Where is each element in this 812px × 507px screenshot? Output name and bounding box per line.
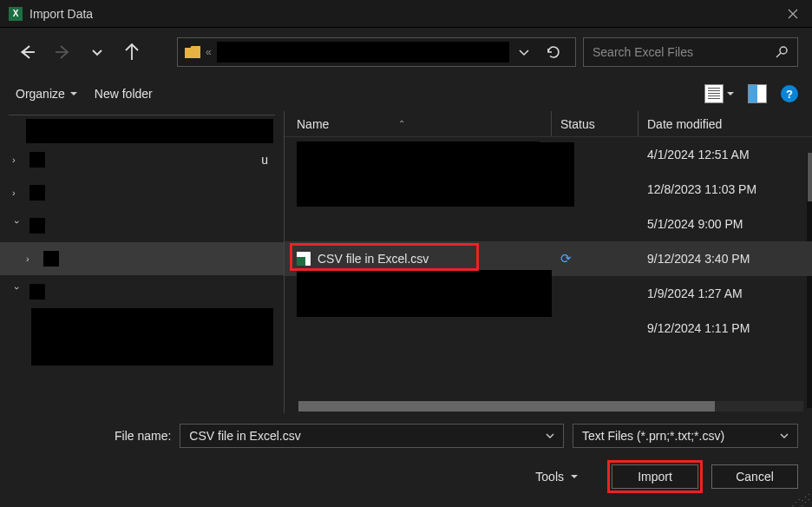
close-button[interactable] [783, 9, 803, 19]
toolbar: Organize New folder ? [0, 76, 812, 111]
tools-button[interactable]: Tools [535, 470, 578, 484]
chevron-down-icon: › [12, 286, 23, 297]
folder-icon [29, 284, 45, 300]
tree-node-selected[interactable]: › [0, 242, 284, 275]
refresh-button[interactable] [539, 44, 568, 60]
folder-icon [29, 152, 45, 168]
help-button[interactable]: ? [781, 85, 798, 102]
filetype-select[interactable]: Text Files (*.prn;*.txt;*.csv) [573, 424, 798, 448]
chevron-down-icon [780, 431, 789, 440]
folder-icon [185, 46, 200, 58]
horizontal-scrollbar[interactable] [298, 401, 803, 412]
svg-point-3 [780, 47, 787, 54]
file-row[interactable]: 9/12/2024 1:11 PM [285, 311, 812, 346]
tree-node[interactable]: › u [0, 143, 284, 176]
recent-locations-button[interactable] [83, 38, 111, 66]
filename-value: CSV file in Excel.csv [189, 429, 300, 443]
file-row[interactable]: 5/1/2024 9:00 PM [285, 207, 812, 241]
back-button[interactable] [14, 38, 42, 66]
file-date: 1/9/2024 1:27 AM [638, 286, 812, 300]
column-date-label: Date modified [647, 117, 722, 131]
scrollbar-thumb[interactable] [298, 401, 715, 412]
sort-arrow-icon: ⌃ [398, 119, 405, 128]
preview-pane-button[interactable] [748, 84, 767, 103]
tree-block [26, 119, 273, 143]
footer: File name: CSV file in Excel.csv Text Fi… [0, 413, 812, 504]
column-name[interactable]: Name ⌃ [285, 111, 552, 136]
file-list-header: Name ⌃ Status Date modified [285, 111, 812, 137]
chevron-right-icon: › [12, 188, 23, 198]
organize-button[interactable]: Organize [14, 83, 79, 104]
redacted-block [297, 142, 574, 207]
search-input[interactable] [593, 45, 775, 59]
chevron-right-icon: › [26, 254, 36, 264]
organize-label: Organize [16, 87, 65, 101]
tools-label: Tools [535, 470, 564, 484]
filename-input[interactable]: CSV file in Excel.csv [180, 424, 564, 448]
sidebar: › u › › › › [0, 111, 285, 413]
arrow-up-icon [123, 43, 141, 61]
new-folder-label: New folder [95, 87, 153, 101]
arrow-left-icon [19, 43, 36, 61]
svg-line-4 [776, 53, 781, 57]
filename-label: File name: [115, 429, 171, 443]
file-list: Name ⌃ Status Date modified 4/1/2024 12:… [285, 111, 812, 413]
close-icon [788, 9, 798, 19]
tree-label: u [52, 153, 284, 167]
view-options[interactable] [704, 84, 734, 103]
file-rows: 4/1/2024 12:51 AM 12/8/2023 11:03 PM 5/1… [285, 137, 812, 413]
caret-down-icon [727, 90, 734, 97]
resize-grip[interactable]: ⋰⋰⋰ [791, 495, 810, 505]
cancel-button[interactable]: Cancel [711, 464, 798, 489]
chevron-down-icon [91, 46, 103, 58]
address-bar[interactable]: « [177, 37, 576, 67]
chevron-down-icon: › [12, 221, 23, 231]
folder-icon [29, 185, 45, 201]
file-date: 9/12/2024 3:40 PM [638, 252, 812, 266]
forward-button[interactable] [49, 38, 76, 66]
new-folder-button[interactable]: New folder [93, 83, 154, 104]
column-date[interactable]: Date modified [638, 111, 812, 136]
file-date: 5/1/2024 9:00 PM [638, 217, 812, 231]
up-button[interactable] [118, 38, 146, 66]
column-name-label: Name [297, 117, 329, 131]
column-status-label: Status [560, 117, 595, 131]
window-title: Import Data [29, 7, 783, 21]
chevron-down-icon [546, 431, 554, 440]
file-row[interactable]: 1/9/2024 1:27 AM [285, 276, 812, 311]
tree-node[interactable]: › [0, 176, 284, 209]
tree-block [31, 308, 273, 365]
file-name: CSV file in Excel.csv [318, 252, 429, 266]
csv-file-icon [297, 252, 311, 266]
path-text [217, 42, 509, 63]
caret-down-icon [70, 90, 77, 97]
search-box[interactable] [583, 37, 798, 67]
refresh-icon [546, 44, 561, 60]
filetype-value: Text Files (*.prn;*.txt;*.csv) [582, 429, 724, 443]
file-date: 12/8/2023 11:03 PM [638, 182, 812, 196]
search-icon [775, 45, 789, 59]
import-highlight: Import [607, 460, 703, 493]
file-name-redacted [297, 270, 552, 317]
folder-icon [43, 251, 59, 267]
column-status[interactable]: Status [552, 111, 638, 136]
chevron-right-icon: › [12, 155, 23, 165]
excel-app-icon: X [9, 7, 23, 21]
file-date: 4/1/2024 12:51 AM [638, 148, 812, 161]
chevron-down-icon [518, 46, 530, 58]
import-button[interactable]: Import [612, 464, 698, 489]
tree-node[interactable]: › [0, 275, 284, 308]
path-separator: « [206, 46, 212, 58]
titlebar: X Import Data [0, 0, 812, 28]
view-details-icon [704, 84, 724, 103]
folder-icon [29, 218, 45, 234]
caret-down-icon [571, 473, 578, 480]
navigation-bar: « [0, 28, 812, 76]
arrow-right-icon [54, 43, 71, 61]
tree-node[interactable]: › [0, 209, 284, 242]
path-dropdown-button[interactable] [514, 46, 534, 58]
main-area: › u › › › › Name [0, 111, 812, 413]
file-date: 9/12/2024 1:11 PM [638, 321, 812, 335]
sync-icon: ⟳ [560, 251, 572, 267]
